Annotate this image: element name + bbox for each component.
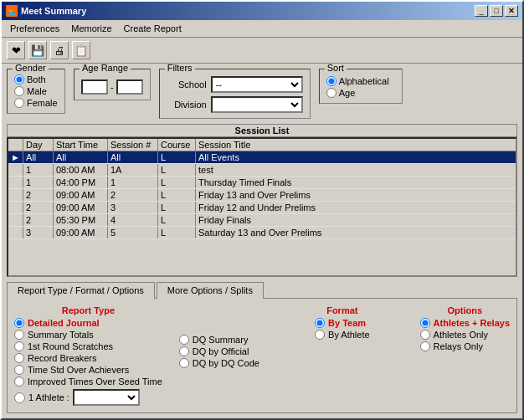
save-button[interactable]: 💾 — [28, 41, 47, 59]
dq-summary-radio[interactable] — [179, 335, 189, 345]
toolbar: ❤ 💾 🖨 📋 — [2, 38, 522, 64]
course-cell-6: L — [158, 227, 196, 238]
print-button[interactable]: 🖨 — [50, 41, 69, 59]
report-detailed-journal: Detailed Journal — [14, 318, 162, 328]
title-controls: _ □ ✕ — [475, 5, 518, 17]
report-time-radio[interactable] — [14, 365, 24, 375]
dq-code-radio[interactable] — [179, 358, 189, 368]
menu-memorize[interactable]: Memorize — [66, 22, 116, 35]
close-button[interactable]: ✕ — [505, 5, 518, 17]
options-row: Report Type Detailed Journal Summary Tot… — [14, 305, 510, 406]
report-one-athlete-row: 1 Athlete : — [14, 389, 162, 406]
session-cell-3: 2 — [108, 189, 158, 201]
session-row-2[interactable]: 104:00 PM1LThursday Timed Finals — [8, 177, 516, 189]
minimize-button[interactable]: _ — [475, 5, 488, 17]
report-record-breakers: Record Breakers — [14, 353, 162, 363]
report-improved-radio[interactable] — [14, 376, 24, 387]
option-athletes-only-radio[interactable] — [420, 330, 430, 340]
course-cell-2: L — [158, 177, 196, 188]
clipboard-button[interactable]: 📋 — [72, 41, 90, 59]
session-row-3[interactable]: 209:00 AM2LFriday 13 and Over Prelims — [8, 189, 516, 202]
age-range-dash: - — [110, 82, 114, 92]
gender-male-radio[interactable] — [14, 86, 24, 96]
school-select[interactable]: -- — [211, 76, 303, 93]
division-filter-row: Division — [167, 96, 303, 113]
session-row-1[interactable]: 108:00 AM1ALtest — [8, 164, 516, 177]
session-row-4[interactable]: 209:00 AM3LFriday 12 and Under Prelims — [8, 202, 516, 214]
format-options-spacer — [387, 305, 403, 406]
col-day-header: Day — [23, 139, 54, 151]
gender-both-radio[interactable] — [14, 74, 24, 85]
format-by-team-radio[interactable] — [315, 318, 325, 328]
gender-label: Gender — [13, 64, 49, 73]
gender-male-label: Male — [27, 86, 47, 96]
option-relays-only: Relays Only — [420, 341, 510, 351]
session-row-0[interactable]: ►AllAllAllLAll Events — [8, 151, 516, 164]
maximize-button[interactable]: □ — [490, 5, 503, 17]
option-athletes-relays-radio[interactable] — [420, 318, 430, 328]
sort-age-row: Age — [326, 88, 395, 98]
title-cell-0: All Events — [196, 151, 516, 163]
age-to-input[interactable] — [116, 79, 143, 95]
sort-alpha-row: Alphabetical — [326, 76, 395, 86]
report-type-col: Report Type Detailed Journal Summary Tot… — [14, 305, 162, 406]
title-cell-2: Thursday Timed Finals — [196, 177, 516, 188]
report-first-round: 1st Round Scratches — [14, 341, 162, 351]
dq-by-official: DQ by Official — [179, 346, 259, 356]
format-by-team: By Team — [315, 318, 370, 328]
tab-more-options[interactable]: More Options / Splits — [157, 282, 264, 299]
sort-age-radio[interactable] — [326, 88, 336, 98]
format-title: Format — [315, 305, 370, 315]
age-range-label: Age Range — [80, 64, 131, 73]
format-by-athlete-label: By Athlete — [328, 330, 370, 340]
session-row-6[interactable]: 309:00 AM5LSaturday 13 and Over Prelims — [8, 227, 516, 239]
report-one-athlete-label: 1 Athlete : — [28, 392, 69, 402]
option-relays-only-radio[interactable] — [420, 341, 430, 351]
tab-report-options-label: Report Type / Format / Options — [18, 285, 144, 295]
app-icon: 🏊 — [6, 5, 18, 17]
school-label: School — [167, 79, 207, 90]
one-athlete-select[interactable] — [73, 389, 140, 406]
play-cell-4 — [8, 202, 23, 213]
col-start-header: Start Time — [54, 139, 108, 151]
session-row-5[interactable]: 205:30 PM4LFriday Finals — [8, 214, 516, 227]
menu-preferences[interactable]: Preferences — [5, 22, 64, 35]
start-cell-2: 04:00 PM — [54, 177, 108, 188]
main-window: 🏊 Meet Summary _ □ ✕ Preferences Memoriz… — [0, 0, 524, 420]
dq-options-col: . DQ Summary DQ by Official DQ by D — [179, 305, 259, 406]
report-detailed-radio[interactable] — [14, 318, 24, 328]
gender-group: Gender Both Male Female — [7, 69, 65, 114]
session-table-body[interactable]: ►AllAllAllLAll Events108:00 AM1ALtest104… — [8, 151, 516, 275]
session-cell-4: 3 — [108, 202, 158, 213]
gender-male-row: Male — [14, 86, 58, 96]
dq-by-code: DQ by DQ Code — [179, 358, 259, 368]
course-cell-5: L — [158, 214, 196, 226]
menu-create-report[interactable]: Create Report — [119, 22, 187, 35]
tab-report-options[interactable]: Report Type / Format / Options — [7, 282, 155, 299]
format-by-athlete-radio[interactable] — [315, 330, 325, 340]
play-cell-6 — [8, 227, 23, 238]
heart-button[interactable]: ❤ — [7, 41, 25, 59]
age-from-input[interactable] — [81, 79, 108, 95]
division-select[interactable] — [211, 96, 303, 113]
report-record-radio[interactable] — [14, 353, 24, 363]
day-cell-3: 2 — [23, 189, 54, 201]
report-summary-radio[interactable] — [14, 330, 24, 340]
main-content: Gender Both Male Female Age Range — [2, 64, 522, 418]
start-cell-5: 05:30 PM — [54, 214, 108, 226]
dq-official-label: DQ by Official — [193, 346, 249, 356]
session-cell-0: All — [108, 151, 158, 163]
title-bar-left: 🏊 Meet Summary — [6, 5, 86, 17]
course-cell-0: L — [158, 151, 196, 163]
options-col: Options Athletes + Relays Athletes Only … — [420, 305, 510, 406]
report-one-athlete-radio[interactable] — [14, 392, 25, 403]
report-first-radio[interactable] — [14, 341, 24, 351]
day-cell-2: 1 — [23, 177, 54, 188]
sort-alpha-radio[interactable] — [326, 76, 336, 86]
report-summary-label: Summary Totals — [28, 330, 94, 340]
dq-official-radio[interactable] — [179, 346, 189, 356]
course-cell-4: L — [158, 202, 196, 213]
option-relays-only-label: Relays Only — [434, 341, 483, 351]
gender-female-radio[interactable] — [14, 98, 24, 108]
report-time-label: Time Std Over Achievers — [28, 365, 129, 375]
